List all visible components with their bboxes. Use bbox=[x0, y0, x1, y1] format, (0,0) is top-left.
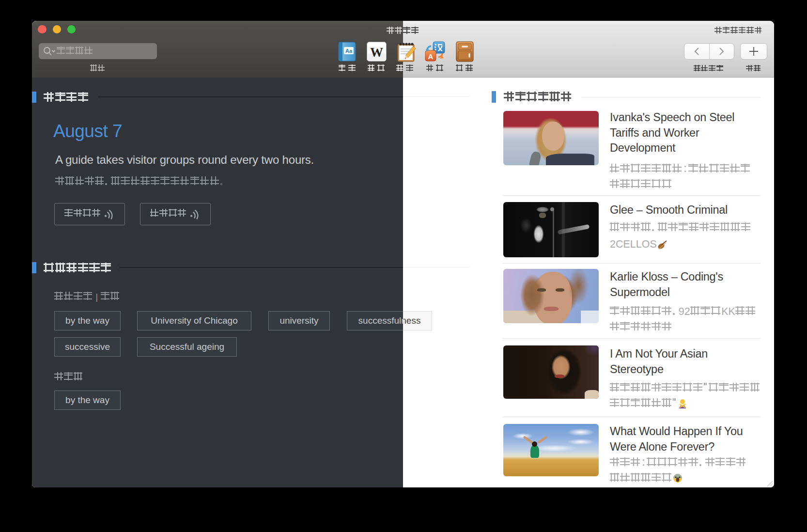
svg-text:Aa: Aa bbox=[345, 48, 353, 54]
svg-text:A: A bbox=[428, 52, 434, 61]
svg-text:W: W bbox=[370, 45, 383, 60]
